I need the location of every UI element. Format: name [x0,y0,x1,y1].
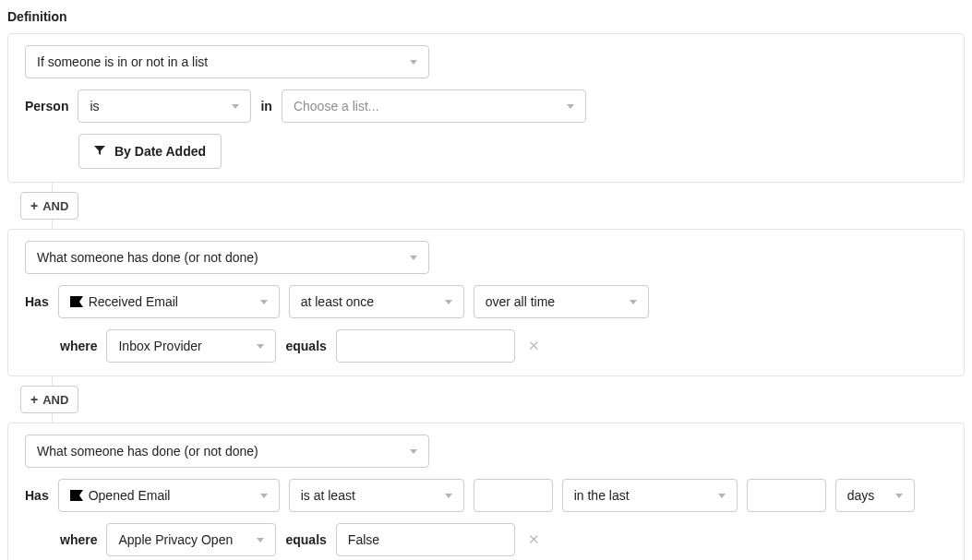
timeframe-text: in the last [574,488,630,503]
frequency-text: at least once [301,294,374,309]
plus-icon: + [30,199,38,212]
property-select[interactable]: Inbox Provider [106,329,276,363]
by-date-added-button[interactable]: By Date Added [78,134,222,169]
event-text: Received Email [70,294,178,309]
timeframe-select[interactable]: over all time [474,285,649,318]
chevron-down-icon [232,104,239,109]
chevron-down-icon [445,300,452,304]
list-select[interactable]: Choose a list... [282,89,586,123]
timeframe-text: over all time [486,294,555,309]
and-label: AND [42,393,68,407]
has-label: Has [25,294,49,309]
person-operator-select[interactable]: is [78,89,251,123]
condition-type-select[interactable]: What someone has done (or not done) [25,241,429,274]
condition-block-3: What someone has done (or not done) Has … [7,423,965,560]
list-placeholder: Choose a list... [294,99,379,113]
frequency-text: is at least [301,488,355,503]
condition-type-select[interactable]: If someone is in or not in a list [25,45,429,78]
time-unit-text: days [847,488,875,503]
time-unit-select[interactable]: days [835,479,915,512]
chevron-down-icon [895,494,903,498]
value-input[interactable]: False [336,523,515,556]
chevron-down-icon [257,344,264,349]
flag-icon [70,296,83,307]
event-name: Received Email [89,294,178,309]
condition-type-text: What someone has done (or not done) [37,444,258,459]
event-name: Opened Email [89,488,171,503]
property-text: Inbox Provider [118,339,201,353]
chevron-down-icon [410,449,417,454]
condition-type-text: What someone has done (or not done) [37,250,258,265]
condition-block-2: What someone has done (or not done) Has … [7,229,965,376]
property-text: Apple Privacy Open [118,532,233,547]
equals-label: equals [285,532,326,547]
in-label: in [260,99,271,113]
person-label: Person [25,99,68,113]
event-select[interactable]: Received Email [58,285,280,318]
chevron-down-icon [260,300,268,304]
property-select[interactable]: Apple Privacy Open [106,523,276,556]
connector-2: + AND [7,376,965,423]
chevron-down-icon [410,60,417,65]
value-input[interactable] [336,329,515,363]
chevron-down-icon [445,494,452,498]
equals-label: equals [285,339,326,353]
connector-1: + AND [7,183,965,229]
event-text: Opened Email [70,488,171,503]
definition-label: Definition [7,9,965,24]
flag-icon [70,490,83,501]
chevron-down-icon [567,104,574,109]
time-value-input[interactable] [747,479,826,512]
timeframe-select[interactable]: in the last [562,479,738,512]
person-operator-text: is [90,99,99,113]
value-text: False [348,532,379,547]
condition-block-1: If someone is in or not in a list Person… [7,33,965,183]
chevron-down-icon [410,256,417,260]
plus-icon: + [30,393,38,406]
condition-type-select[interactable]: What someone has done (or not done) [25,435,429,468]
event-select[interactable]: Opened Email [58,479,280,512]
and-label: AND [42,199,68,213]
frequency-select[interactable]: is at least [289,479,464,512]
and-button[interactable]: + AND [20,192,78,220]
where-label: where [60,532,97,547]
frequency-select[interactable]: at least once [289,285,464,318]
chevron-down-icon [257,538,264,542]
chevron-down-icon [718,494,726,498]
filter-icon [94,145,105,158]
remove-filter-button[interactable]: ✕ [524,338,544,354]
count-input[interactable] [474,479,553,512]
by-date-added-label: By Date Added [114,144,206,159]
remove-filter-button[interactable]: ✕ [524,531,544,548]
has-label: Has [25,488,49,503]
condition-type-text: If someone is in or not in a list [37,54,208,69]
chevron-down-icon [260,494,268,498]
chevron-down-icon [630,300,637,304]
where-label: where [60,339,97,353]
and-button[interactable]: + AND [20,386,78,413]
